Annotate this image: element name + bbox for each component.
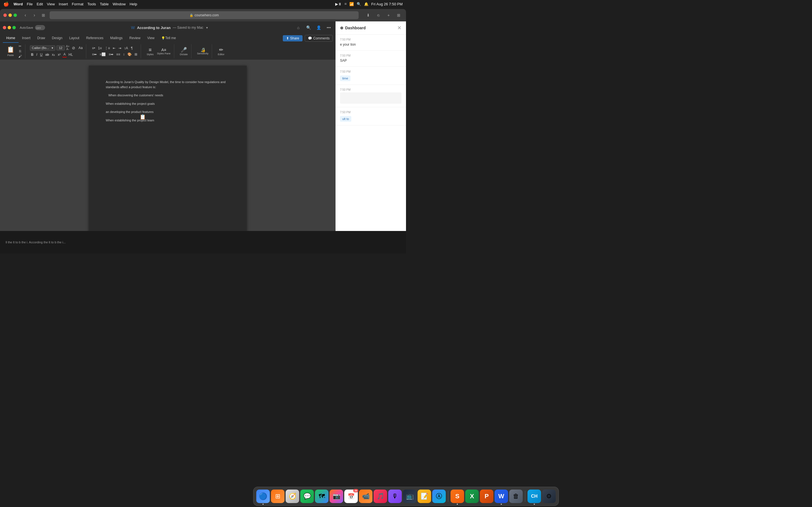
search-icon[interactable]: 🔍 xyxy=(357,2,361,6)
word-collaborate-btn[interactable]: 👤 xyxy=(315,24,322,32)
uppercase-btn[interactable]: Aa xyxy=(78,45,84,50)
align-right-button[interactable]: ≡➡ xyxy=(107,52,114,57)
word-minimize-btn[interactable] xyxy=(8,26,11,29)
styles-button[interactable]: ≡ Styles xyxy=(146,47,155,56)
browser-new-tab-btn[interactable]: + xyxy=(385,11,393,19)
decrease-indent-button[interactable]: ⇤ xyxy=(112,46,117,51)
panel-close-button[interactable]: ✕ xyxy=(397,25,402,31)
tab-view[interactable]: View xyxy=(144,34,158,43)
apple-menu[interactable]: 🍎 xyxy=(3,1,9,7)
word-chevron-icon[interactable]: ▼ xyxy=(206,26,208,29)
subscript-button[interactable]: x₂ xyxy=(51,52,56,57)
increase-indent-button[interactable]: ⇥ xyxy=(117,46,122,51)
tab-mailings[interactable]: Mailings xyxy=(107,34,126,43)
editor-button[interactable]: ✏ Editor xyxy=(216,46,225,56)
panel-item-2[interactable]: 7:50 PM SAP xyxy=(336,51,406,67)
clear-format-btn[interactable]: ⊘ xyxy=(71,45,77,51)
menu-edit[interactable]: Edit xyxy=(37,2,43,6)
bold-button[interactable]: B xyxy=(30,52,35,57)
menu-format[interactable]: Format xyxy=(72,2,84,6)
copy-button[interactable]: ⎘ xyxy=(18,49,22,54)
format-painter-button[interactable]: 🖌 xyxy=(17,54,23,59)
cut-button[interactable]: ✂ xyxy=(17,44,22,49)
italic-button[interactable]: I xyxy=(35,52,38,57)
sensitivity-button[interactable]: 🔏 Sensitivity xyxy=(196,47,210,55)
word-maximize-btn[interactable] xyxy=(12,26,16,29)
numbering-button[interactable]: 1≡ xyxy=(97,46,103,51)
word-home-btn[interactable]: ⌂ xyxy=(294,24,302,32)
word-close-btn[interactable] xyxy=(3,26,6,29)
browser-back-btn[interactable]: ‹ xyxy=(21,11,29,19)
bullets-button[interactable]: ≡• xyxy=(91,46,96,51)
tab-draw[interactable]: Draw xyxy=(34,34,49,43)
tab-references[interactable]: References xyxy=(83,34,107,43)
browser-grid-btn[interactable]: ⊞ xyxy=(395,11,403,19)
show-hide-btn[interactable]: ¶ xyxy=(130,46,134,51)
word-search-btn[interactable]: 🔍 xyxy=(305,24,312,32)
menu-table[interactable]: Table xyxy=(100,2,109,6)
underline-button[interactable]: U xyxy=(39,52,44,57)
notification-icon[interactable]: 🔔 xyxy=(364,2,368,6)
borders-button[interactable]: ⊞ xyxy=(133,52,139,57)
browser-download-btn[interactable]: ⬇ xyxy=(364,11,372,19)
superscript-button[interactable]: x² xyxy=(57,52,62,57)
menu-insert[interactable]: Insert xyxy=(59,2,68,6)
styles-pane-icon: A≡ xyxy=(161,48,166,52)
tab-layout[interactable]: Layout xyxy=(66,34,83,43)
styles-pane-button[interactable]: A≡ Styles Pane xyxy=(156,47,172,55)
window-layout-icon[interactable]: ⊞ xyxy=(42,13,45,17)
browser-share-btn[interactable]: ⎋ xyxy=(374,11,382,19)
panel-item-3[interactable]: 7:50 PM time xyxy=(336,67,406,85)
menu-file[interactable]: File xyxy=(27,2,33,6)
browser-minimize-btn[interactable] xyxy=(8,13,12,17)
paste-button[interactable]: 📋 Paste xyxy=(5,45,16,58)
browser-close-btn[interactable] xyxy=(3,13,7,17)
word-title-right: ⌂ 🔍 👤 ••• xyxy=(294,24,333,32)
align-left-button[interactable]: ≡⬅ xyxy=(91,52,98,57)
sort-button[interactable]: ↕A xyxy=(123,46,129,51)
panel-item-5[interactable]: 7:50 PM ult to xyxy=(336,107,406,125)
paste-group: 📋 Paste ✂ ⎘ 🖌 xyxy=(3,44,26,58)
panel-item-1[interactable]: 7:50 PM e your tion xyxy=(336,35,406,51)
tab-home[interactable]: Home xyxy=(3,34,18,43)
browser-window: ‹ › ⊞ 🔒 coursehero.com ⬇ ⎋ + ⊞ AutoSave xyxy=(0,9,406,253)
strikethrough-button[interactable]: ab xyxy=(44,52,50,57)
tab-insert[interactable]: Insert xyxy=(18,34,34,43)
control-center-icon[interactable]: ▶⏸ xyxy=(335,2,342,6)
justify-button[interactable]: ≡≡ xyxy=(115,52,121,57)
tab-tell-me[interactable]: 💡 Tell me xyxy=(158,34,179,43)
menu-tools[interactable]: Tools xyxy=(87,2,96,6)
panel-item-2-time: 7:50 PM xyxy=(340,54,402,57)
tab-review[interactable]: Review xyxy=(126,34,144,43)
word-save-status: — Saved to my Mac xyxy=(173,25,203,30)
menu-help[interactable]: Help xyxy=(130,2,137,6)
browser-maximize-btn[interactable] xyxy=(13,13,17,17)
share-button[interactable]: ⬆ Share xyxy=(283,35,303,41)
address-bar[interactable]: 🔒 coursehero.com xyxy=(50,11,359,19)
align-center-button[interactable]: ≡⬜ xyxy=(98,52,107,57)
document-area[interactable]: According to Juran's Quality by Design M… xyxy=(0,60,336,247)
font-size-decrease-btn[interactable]: A- xyxy=(66,48,70,51)
browser-forward-btn[interactable]: › xyxy=(31,11,38,19)
multilevel-list-button[interactable]: ⋮≡ xyxy=(103,46,111,51)
font-name-dropdown[interactable]: Calibri (Bo... ▾ xyxy=(30,45,55,51)
word-more-btn[interactable]: ••• xyxy=(325,24,333,32)
dictate-button[interactable]: 🎤 Dictate xyxy=(179,46,189,56)
font-size-input[interactable]: 12 xyxy=(56,45,65,50)
shading-button[interactable]: 🎨 xyxy=(126,52,133,57)
tab-design[interactable]: Design xyxy=(49,34,66,43)
wifi-icon[interactable]: 📶 xyxy=(349,2,354,6)
bluetooth-icon[interactable]: ⌗ xyxy=(345,2,347,6)
menu-word[interactable]: Word xyxy=(13,2,23,6)
comments-icon: 💬 xyxy=(308,36,312,40)
font-color-button[interactable]: A xyxy=(62,52,67,57)
browser-nav: ‹ › xyxy=(21,11,38,19)
line-spacing-button[interactable]: ↕ xyxy=(122,52,126,57)
word-title-section: W According to Juran — Saved to my Mac ▼ xyxy=(47,25,293,30)
autosave-toggle[interactable]: OFF xyxy=(35,25,45,30)
comments-button[interactable]: 💬 Comments xyxy=(305,35,333,42)
panel-item-4[interactable]: 7:50 PM xyxy=(336,85,406,107)
menu-view[interactable]: View xyxy=(47,2,55,6)
highlight-color-button[interactable]: HL xyxy=(67,52,74,57)
menu-window[interactable]: Window xyxy=(112,2,125,6)
